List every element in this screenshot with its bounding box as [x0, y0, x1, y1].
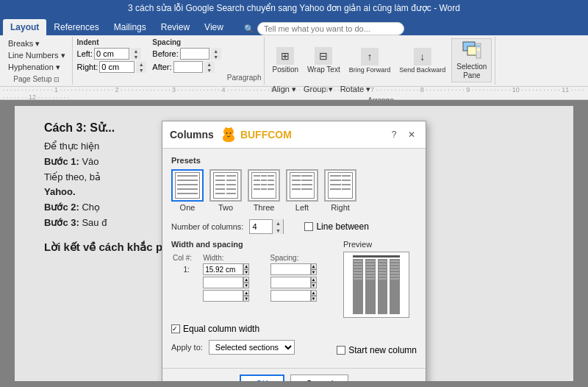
- tab-layout[interactable]: Layout: [3, 19, 46, 35]
- col1-spacing-field: ▲ ▼: [270, 263, 334, 275]
- tab-view[interactable]: View: [197, 19, 231, 35]
- indent-left-up[interactable]: ▲: [131, 48, 141, 54]
- tab-review[interactable]: Review: [154, 19, 197, 35]
- presets-label: Presets: [171, 156, 417, 165]
- position-btn[interactable]: ⊞ Position: [269, 46, 301, 75]
- tab-references[interactable]: References: [46, 19, 106, 35]
- svg-rect-3: [477, 45, 480, 47]
- line-numbers-btn[interactable]: Line Numbers ▾: [6, 50, 68, 61]
- preset-three[interactable]: Three: [248, 169, 280, 212]
- col1-spacing-input[interactable]: [270, 263, 311, 275]
- start-new-column-row: Start new column: [337, 345, 417, 355]
- col2-spacing-down[interactable]: ▼: [311, 283, 317, 288]
- preset-right[interactable]: Right: [324, 169, 356, 212]
- equal-column-width-label: Equal column width: [183, 324, 259, 334]
- ribbon-group-arrange: ⊞ Position ⊟ Wrap Text ↑ Bring Forward ↓…: [266, 37, 495, 85]
- col2-spacing-field: ▲ ▼: [270, 277, 334, 288]
- col2-spacing-input[interactable]: [270, 277, 311, 288]
- col3-spacing-input[interactable]: [270, 290, 311, 302]
- col-header: Col #:: [171, 253, 201, 263]
- tab-mailings[interactable]: Mailings: [107, 19, 154, 35]
- spacing-after-up[interactable]: ▲: [204, 61, 215, 67]
- col1-width-down[interactable]: ▼: [243, 269, 249, 275]
- col1-spacing-up[interactable]: ▲: [311, 263, 317, 269]
- col3-width-field: ▲ ▼: [203, 290, 267, 302]
- col2-row: ▲ ▼: [171, 276, 336, 289]
- width-spacing-label: Width and spacing: [171, 240, 336, 249]
- col3-spacing-down[interactable]: ▼: [311, 296, 317, 302]
- document-page: Cách 3: Sử... Để thực hiện Bước 1: Vào T…: [15, 106, 573, 381]
- spacing-label: Spacing: [152, 38, 220, 46]
- col3-width-input[interactable]: [203, 290, 243, 302]
- preset-two[interactable]: Two: [209, 169, 242, 212]
- equal-column-width-checkbox[interactable]: ✓: [171, 324, 180, 333]
- col2-width-field: ▲ ▼: [203, 277, 267, 288]
- dialog-title: Columns: [170, 129, 214, 141]
- col2-width-up[interactable]: ▲: [243, 277, 249, 283]
- apply-to-select[interactable]: Selected sections: [209, 340, 295, 355]
- send-backward-btn[interactable]: ↓ Send Backward: [396, 46, 448, 75]
- col2-spacing-up[interactable]: ▲: [311, 277, 317, 283]
- start-new-column-checkbox[interactable]: [337, 346, 345, 355]
- breaks-btn[interactable]: Breaks ▾: [6, 38, 68, 49]
- col1-width-stepper: ▲ ▼: [243, 263, 249, 275]
- preview-box: [343, 252, 409, 318]
- cancel-button[interactable]: Cancel: [290, 374, 348, 381]
- col3-width-up[interactable]: ▲: [243, 290, 249, 296]
- col3-width-down[interactable]: ▼: [243, 296, 249, 302]
- spacing-after-row: After: ▲ ▼: [152, 61, 220, 73]
- spacing-before-up[interactable]: ▲: [211, 48, 221, 54]
- presets-row: One: [171, 169, 417, 212]
- indent-right-input[interactable]: [99, 61, 135, 73]
- tell-me-input[interactable]: [257, 22, 404, 35]
- preset-one[interactable]: One: [171, 169, 204, 212]
- col1-spacing-down[interactable]: ▼: [311, 269, 317, 275]
- col2-width-input[interactable]: [203, 277, 243, 288]
- spacing-before-input[interactable]: [180, 48, 209, 60]
- col2-width-down[interactable]: ▼: [243, 283, 249, 288]
- col1-width-input[interactable]: [203, 263, 243, 275]
- indent-right-down[interactable]: ▼: [136, 67, 146, 73]
- hyphenation-btn[interactable]: Hyphenation ▾: [6, 62, 68, 73]
- width-spacing-table: Col #: Width: Spacing: 1:: [171, 253, 336, 302]
- spacing-after-input[interactable]: [173, 61, 203, 73]
- spacing-before-row: Before: ▲ ▼: [152, 48, 220, 60]
- bring-forward-btn[interactable]: ↑ Bring Forward: [346, 46, 394, 75]
- preview-col-4: [390, 259, 400, 314]
- selection-pane-btn[interactable]: SelectionPane: [451, 38, 492, 82]
- preset-left[interactable]: Left: [286, 169, 318, 212]
- indent-left-down[interactable]: ▼: [131, 54, 141, 60]
- columns-up-arrow[interactable]: ▲: [273, 219, 283, 227]
- indent-label: Indent: [77, 38, 147, 46]
- width-header: Width:: [201, 253, 268, 263]
- preset-three-icon: [248, 169, 280, 202]
- ribbon-group-paragraph: Indent Left: ▲ ▼ Right: ▲ ▼ Spacing: [74, 37, 265, 85]
- ribbon-tabs: Layout References Mailings Review View 🔍: [0, 16, 588, 35]
- three-col-preview: [251, 172, 276, 199]
- col3-spacing-up[interactable]: ▲: [311, 290, 317, 296]
- ok-button[interactable]: OK: [240, 374, 284, 381]
- indent-left-row: Left: ▲ ▼: [77, 48, 147, 60]
- number-of-columns-input[interactable]: [250, 222, 272, 231]
- columns-down-arrow[interactable]: ▼: [273, 227, 283, 234]
- selection-pane-icon: [462, 40, 482, 61]
- buffcom-logo-text: BUFFCOM: [240, 129, 292, 141]
- preset-two-label: Two: [218, 203, 233, 212]
- line-between-checkbox[interactable]: [304, 222, 313, 231]
- dialog-help-btn[interactable]: ?: [387, 128, 401, 141]
- width-spacing-section: Width and spacing Col #: Width: Spacing:: [171, 240, 336, 318]
- col3-spacing-stepper: ▲ ▼: [311, 290, 317, 302]
- spacing-after-down[interactable]: ▼: [204, 67, 215, 73]
- preset-one-label: One: [180, 203, 196, 212]
- indent-right-up[interactable]: ▲: [136, 61, 146, 67]
- col1-width-up[interactable]: ▲: [243, 263, 249, 269]
- apply-to-label: Apply to:: [171, 343, 203, 352]
- spacing-before-label: Before:: [152, 49, 178, 58]
- indent-left-input[interactable]: [94, 48, 129, 60]
- apply-start-row: Apply to: Selected sections Start new co…: [171, 340, 417, 361]
- wrap-text-btn[interactable]: ⊟ Wrap Text: [304, 46, 343, 75]
- col1-row: 1: ▲ ▼: [171, 263, 336, 276]
- dialog-close-btn[interactable]: ✕: [405, 128, 418, 141]
- two-col-preview: [213, 172, 238, 199]
- spacing-before-down[interactable]: ▼: [211, 54, 221, 60]
